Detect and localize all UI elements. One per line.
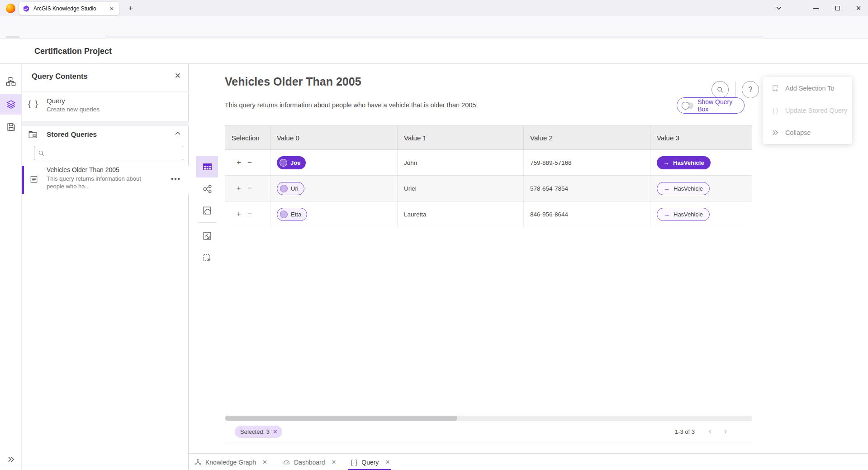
tab-close-icon[interactable]: ✕ (332, 459, 337, 465)
new-query-label: Query (47, 97, 100, 105)
header-divider (735, 82, 736, 97)
new-query-item[interactable]: { } Query Create new queries (22, 91, 189, 120)
entity-pill[interactable]: Etta (277, 208, 307, 221)
cell-name: Uriel (398, 176, 524, 201)
page-description: This query returns information about peo… (225, 101, 478, 109)
stored-queries-search-input[interactable] (48, 150, 179, 157)
add-selection-icon (771, 84, 780, 92)
new-tab-button[interactable]: + (125, 3, 137, 14)
stored-query-description: This query returns information about peo… (47, 175, 153, 190)
list-tabs-icon[interactable] (769, 0, 789, 16)
minimize-button[interactable] (806, 0, 826, 16)
browser-tab-title: ArcGIS Knowledge Studio (33, 5, 108, 12)
table-footer: Selected: 3 ✕ 1-3 of 3 ‹ › (225, 421, 752, 442)
arrow-right-icon: → (664, 185, 670, 192)
pagination-range: 1-3 of 3 (675, 428, 695, 435)
table-row[interactable]: + − Joe John 759-889-57168 →HasVehicle (225, 150, 752, 176)
prev-page-button[interactable]: ‹ (704, 425, 716, 437)
save-icon[interactable] (0, 116, 22, 137)
entity-dot-icon (280, 185, 288, 192)
menu-item-add-selection-to[interactable]: Add Selection To (763, 77, 852, 99)
entity-dot-icon (280, 159, 287, 167)
expand-rail-icon[interactable] (0, 449, 22, 470)
entity-pill[interactable]: Joe (277, 156, 306, 169)
browser-navbar: ← → https://dev0028833.esri.com/portal/a… (0, 16, 868, 38)
select-marquee-icon[interactable] (196, 247, 218, 269)
selected-count-chip[interactable]: Selected: 3 ✕ (235, 426, 282, 438)
col-header-value2[interactable]: Value 2 (524, 126, 650, 149)
left-rail (0, 64, 22, 470)
selected-count-label: Selected: 3 (240, 428, 270, 435)
window-close-button[interactable]: × (849, 0, 868, 16)
query-results-table: Selection Value 0 Value 1 Value 2 Value … (225, 125, 752, 442)
browser-tab[interactable]: ArcGIS Knowledge Studio × (19, 2, 119, 15)
toggle-track (683, 102, 693, 109)
clear-selection-icon[interactable]: ✕ (273, 428, 278, 435)
data-model-icon[interactable] (0, 71, 22, 92)
toggle-label: Show Query Box (697, 98, 739, 113)
stored-query-title: Vehicles Older Than 2005 (47, 166, 153, 173)
relation-pill[interactable]: →HasVehicle (657, 208, 710, 221)
menu-item-collapse[interactable]: Collapse (763, 121, 852, 144)
add-to-map-icon[interactable] (196, 225, 218, 247)
entity-pill[interactable]: Uri (277, 182, 304, 195)
stored-query-item[interactable]: Vehicles Older Than 2005 This query retu… (22, 166, 189, 194)
cell-phone: 578-654-7854 (524, 176, 650, 201)
row-select-remove-button[interactable]: − (244, 210, 255, 219)
stored-queries-searchbox[interactable] (34, 146, 183, 160)
query-contents-panel: Query Contents ✕ { } Query Create new qu… (22, 64, 189, 470)
relation-pill[interactable]: →HasVehicle (657, 156, 711, 169)
search-small-icon (38, 150, 45, 157)
tab-query[interactable]: { } Query ✕ (351, 454, 390, 470)
entity-dot-icon (280, 211, 288, 218)
maximize-button[interactable] (828, 0, 848, 16)
arcgis-favicon-icon (23, 5, 30, 12)
relation-pill[interactable]: →HasVehicle (657, 182, 710, 195)
more-options-icon[interactable]: ••• (171, 175, 181, 182)
next-page-button[interactable]: › (719, 425, 732, 437)
horizontal-scrollbar[interactable] (225, 416, 752, 421)
tab-close-icon[interactable]: × (108, 5, 116, 12)
new-query-description: Create new queries (47, 106, 100, 113)
row-select-remove-button[interactable]: − (244, 158, 255, 167)
help-icon[interactable]: ? (742, 81, 759, 98)
stored-queries-header[interactable]: Stored Queries (22, 126, 189, 143)
table-row[interactable]: + − Uri Uriel 578-654-7854 →HasVehicle (225, 176, 752, 201)
braces-icon: { } (28, 99, 39, 109)
menu-item-update-stored-query[interactable]: { } Update Stored Query (763, 99, 852, 121)
col-header-value0[interactable]: Value 0 (270, 126, 398, 149)
contents-layers-icon[interactable] (0, 94, 22, 115)
table-view-icon[interactable] (196, 156, 218, 177)
chevron-up-icon[interactable] (175, 132, 180, 135)
stored-query-doc-icon (29, 175, 38, 184)
tab-dashboard[interactable]: Dashboard ✕ (283, 454, 336, 470)
row-select-add-button[interactable]: + (233, 184, 244, 193)
row-select-add-button[interactable]: + (233, 158, 244, 167)
tab-close-icon[interactable]: ✕ (262, 459, 267, 465)
show-query-box-toggle[interactable]: Show Query Box (677, 97, 745, 114)
col-header-selection[interactable]: Selection (225, 126, 270, 149)
firefox-icon[interactable] (6, 4, 15, 13)
page-title: Vehicles Older Than 2005 (225, 75, 361, 88)
bottom-tab-bar: Knowledge Graph ✕ Dashboard ✕ { } Query … (189, 453, 868, 470)
browser-titlebar: ArcGIS Knowledge Studio × + × (0, 0, 868, 16)
app-header: Certification Project ? PL publisher2 la… (0, 38, 868, 64)
action-menu: Add Selection To { } Update Stored Query… (763, 77, 852, 144)
toggle-knob (682, 102, 689, 110)
col-header-value3[interactable]: Value 3 (650, 126, 752, 149)
row-select-remove-button[interactable]: − (244, 184, 255, 193)
panel-close-icon[interactable]: ✕ (175, 71, 181, 81)
cell-phone: 846-956-8644 (524, 201, 650, 227)
link-chart-icon[interactable] (196, 178, 218, 200)
folder-icon (28, 129, 38, 139)
col-header-value1[interactable]: Value 1 (398, 126, 524, 149)
tab-knowledge-graph[interactable]: Knowledge Graph ✕ (194, 454, 267, 470)
selected-indicator (22, 166, 24, 194)
scrollbar-thumb[interactable] (225, 416, 457, 421)
map-icon[interactable] (196, 200, 218, 221)
row-select-add-button[interactable]: + (233, 210, 244, 219)
table-row[interactable]: + − Etta Lauretta 846-956-8644 →HasVehic… (225, 201, 752, 227)
tab-close-icon[interactable]: ✕ (385, 459, 390, 465)
search-icon[interactable] (711, 81, 729, 98)
arrow-right-icon: → (664, 211, 670, 218)
